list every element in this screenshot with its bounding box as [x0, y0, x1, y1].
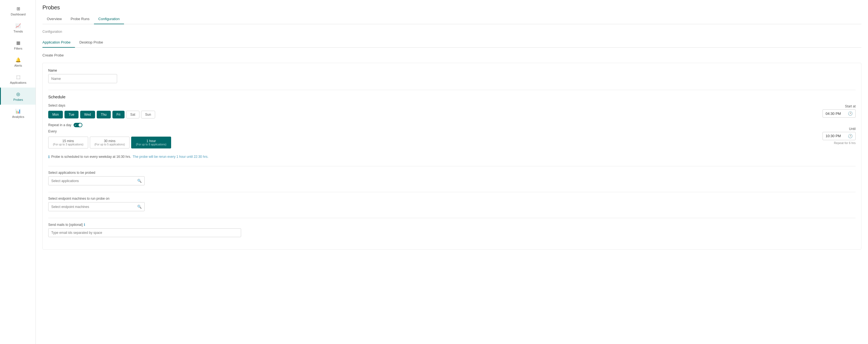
- select-endpoints-group: Select endpoint machines to run probe on…: [48, 197, 856, 211]
- repeat-left: Repeat in a day ✓ Every 15 mins (For up …: [48, 123, 171, 149]
- select-endpoints-label: Select endpoint machines to run probe on: [48, 197, 856, 200]
- day-btn-sun[interactable]: Sun: [141, 111, 155, 119]
- interval-btn-1hour[interactable]: 1 hour (For up to 8 applications): [131, 136, 171, 149]
- tab-configuration[interactable]: Configuration: [94, 14, 124, 24]
- select-applications-label: Select applications to be probed: [48, 171, 856, 175]
- until-label: Until: [849, 127, 856, 131]
- info-icon: ℹ: [48, 155, 50, 159]
- days-left: Select days Mon Tue Wed Thu Fri Sat Sun: [48, 103, 155, 119]
- select-days-label: Select days: [48, 103, 155, 107]
- until-value: 10:30 PM: [826, 134, 846, 138]
- page-header: Probes Overview Probe Runs Configuration: [36, 0, 868, 24]
- send-mails-info-icon[interactable]: ℹ: [84, 223, 85, 227]
- filters-icon: ▦: [15, 40, 21, 46]
- select-applications-group: Select applications to be probed 🔍: [48, 171, 856, 185]
- trends-icon: 📈: [15, 23, 21, 29]
- sidebar-item-label: Filters: [14, 47, 22, 50]
- interval-btn-15min[interactable]: 15 mins (For up to 3 applications): [48, 136, 88, 149]
- repeat-for-label: Repeat for 6 hrs: [834, 141, 856, 145]
- sub-tab-application-probe[interactable]: Application Probe: [42, 38, 75, 48]
- interval-sub-30min: (For up to 5 applications): [94, 143, 125, 146]
- sub-tabs: Application Probe Desktop Probe: [42, 38, 861, 48]
- interval-label-1hour: 1 hour: [136, 139, 166, 143]
- toggle-check-icon: ✓: [74, 124, 76, 127]
- sidebar-item-trends[interactable]: 📈 Trends: [0, 19, 35, 36]
- analytics-icon: 📊: [15, 108, 21, 114]
- separator-3: [48, 192, 856, 192]
- main-content: Probes Overview Probe Runs Configuration…: [36, 0, 868, 344]
- day-btn-tue[interactable]: Tue: [64, 111, 78, 119]
- repeat-toggle[interactable]: ✓: [73, 123, 83, 127]
- repeat-row: Repeat in a day ✓ Every 15 mins (For up …: [48, 123, 856, 149]
- sidebar-item-label: Alerts: [14, 64, 22, 67]
- day-btn-wed[interactable]: Wed: [80, 111, 95, 119]
- days-row: Select days Mon Tue Wed Thu Fri Sat Sun …: [48, 103, 856, 119]
- endpoints-search-icon: 🔍: [137, 205, 142, 209]
- form-card: Name Schedule Select days Mon Tue Wed Th…: [42, 63, 861, 250]
- start-at-label: Start at: [845, 104, 856, 108]
- separator-2: [48, 166, 856, 166]
- until-input[interactable]: 10:30 PM 🕐: [823, 132, 856, 140]
- interval-label-15min: 15 mins: [53, 139, 84, 143]
- sidebar-item-filters[interactable]: ▦ Filters: [0, 36, 35, 54]
- name-field-group: Name: [48, 69, 856, 83]
- separator-1: [48, 90, 856, 90]
- sidebar-item-dashboard[interactable]: ⊞ Dashboard: [0, 2, 35, 19]
- clock-icon-start: 🕐: [848, 111, 852, 116]
- tab-overview[interactable]: Overview: [42, 14, 66, 24]
- sidebar: ⊞ Dashboard 📈 Trends ▦ Filters 🔔 Alerts …: [0, 0, 36, 344]
- day-btn-sat[interactable]: Sat: [126, 111, 140, 119]
- sidebar-item-label: Dashboard: [11, 13, 26, 16]
- info-text-static: Probe is scheduled to run every weekday …: [51, 155, 131, 159]
- interval-sub-15min: (For up to 3 applications): [53, 143, 84, 146]
- start-at-input[interactable]: 04:30 PM 🕐: [823, 110, 856, 118]
- info-text-highlight: The probe will be rerun every 1 hour unt…: [133, 155, 209, 159]
- sub-tab-desktop-probe[interactable]: Desktop Probe: [75, 38, 107, 48]
- send-mails-label: Send mails to [optional] ℹ: [48, 223, 856, 227]
- send-mails-group: Send mails to [optional] ℹ: [48, 223, 856, 237]
- sidebar-item-label: Analytics: [12, 115, 24, 119]
- select-applications-input[interactable]: 🔍: [48, 176, 145, 185]
- content-area: Configuration Application Probe Desktop …: [36, 24, 868, 344]
- create-probe-label: Create Probe: [42, 53, 861, 57]
- endpoints-search-input[interactable]: [51, 205, 135, 209]
- info-bar: ℹ Probe is scheduled to run every weekda…: [48, 153, 856, 161]
- interval-btn-30min[interactable]: 30 mins (For up to 5 applications): [90, 136, 130, 149]
- applications-search-input[interactable]: [51, 179, 135, 183]
- section-label: Configuration: [42, 30, 861, 34]
- sidebar-item-label: Trends: [13, 30, 23, 33]
- clock-icon-until: 🕐: [848, 134, 852, 138]
- page-title: Probes: [42, 4, 861, 11]
- name-input[interactable]: [48, 74, 117, 83]
- dashboard-icon: ⊞: [15, 5, 21, 11]
- sidebar-item-analytics[interactable]: 📊 Analytics: [0, 105, 35, 122]
- interval-buttons: 15 mins (For up to 3 applications) 30 mi…: [48, 136, 171, 149]
- name-label: Name: [48, 69, 856, 72]
- tab-probe-runs[interactable]: Probe Runs: [66, 14, 94, 24]
- every-label: Every: [48, 129, 171, 133]
- sidebar-item-label: Applications: [10, 81, 26, 84]
- day-btn-fri[interactable]: Fri: [113, 111, 125, 119]
- schedule-title: Schedule: [48, 94, 856, 99]
- sidebar-item-applications[interactable]: ⬚ Applications: [0, 70, 35, 88]
- sidebar-item-alerts[interactable]: 🔔 Alerts: [0, 54, 35, 70]
- interval-label-30min: 30 mins: [94, 139, 125, 143]
- day-btn-thu[interactable]: Thu: [97, 111, 111, 119]
- interval-sub-1hour: (For up to 8 applications): [136, 143, 166, 146]
- day-buttons: Mon Tue Wed Thu Fri Sat Sun: [48, 111, 155, 119]
- start-at-section: Start at 04:30 PM 🕐: [823, 104, 856, 118]
- alerts-icon: 🔔: [15, 57, 21, 63]
- repeat-in-day-label: Repeat in a day ✓: [48, 123, 171, 127]
- day-btn-mon[interactable]: Mon: [48, 111, 63, 119]
- main-tabs: Overview Probe Runs Configuration: [42, 14, 861, 24]
- probes-icon: ◎: [15, 91, 21, 97]
- sidebar-item-probes[interactable]: ◎ Probes: [0, 88, 35, 105]
- email-input[interactable]: [48, 228, 241, 237]
- applications-search-icon: 🔍: [137, 179, 142, 183]
- select-endpoints-input[interactable]: 🔍: [48, 202, 145, 211]
- until-section: Until 10:30 PM 🕐 Repeat for 6 hrs: [823, 127, 856, 145]
- start-at-value: 04:30 PM: [826, 112, 846, 116]
- applications-icon: ⬚: [15, 74, 21, 80]
- sidebar-item-label: Probes: [13, 98, 23, 101]
